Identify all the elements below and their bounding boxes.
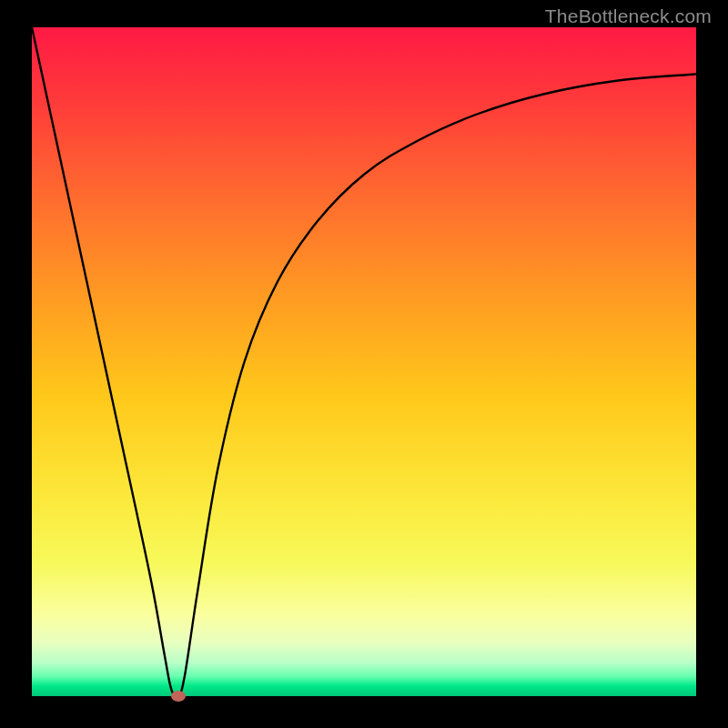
chart-frame: TheBottleneck.com [0, 0, 728, 728]
watermark-text: TheBottleneck.com [545, 5, 712, 27]
optimum-marker [171, 691, 186, 702]
bottleneck-curve [32, 27, 696, 696]
curve-svg [32, 27, 696, 696]
plot-area [32, 27, 696, 696]
